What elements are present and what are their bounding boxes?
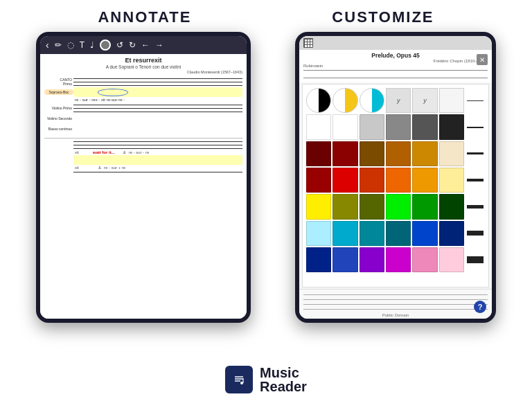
arrow-left-icon[interactable]: ← [141, 40, 150, 50]
color-swatch-r3-c2[interactable] [332, 141, 357, 166]
color-row-4 [306, 168, 485, 193]
sheet-music-area: Et resurrexit A due Soprani o Tenori con… [40, 54, 247, 319]
swatch-half-black[interactable] [306, 88, 331, 113]
customize-toolbar [299, 36, 492, 50]
undo-icon[interactable]: ↺ [116, 40, 123, 50]
close-button[interactable]: ✕ [477, 54, 488, 65]
color-swatch-r5-c6[interactable] [439, 194, 464, 219]
color-swatch-r2-c3[interactable] [360, 114, 384, 139]
annotate-toolbar: ‹ ✏ ◌ T ♩ ↺ ↻ ← → [40, 36, 247, 54]
color-swatch-r6-c6[interactable] [439, 221, 464, 246]
swatch-y1[interactable]: y [386, 88, 411, 113]
bottom-lyrics2: xit&re - sur + re [75, 166, 242, 170]
line-sample-7[interactable] [466, 247, 485, 272]
color-swatch-r4-c5[interactable] [412, 168, 437, 193]
instrument-label: Rubinstein [303, 64, 488, 68]
color-swatch-r4-c2[interactable] [332, 168, 357, 193]
color-swatch-r4-c3[interactable] [360, 168, 384, 193]
color-swatch-r3-c1[interactable] [306, 141, 331, 166]
prelude-composer: Frédéric Chopin (1810–1849) [303, 59, 488, 63]
customize-tablet: Prelude, Opus 45 Frédéric Chopin (1810–1… [295, 32, 496, 323]
color-swatch-r2-c1[interactable] [306, 114, 331, 139]
text-icon[interactable]: T [80, 40, 85, 50]
bottom-staff2 [73, 155, 242, 165]
color-swatch-r4-c1[interactable] [306, 168, 331, 193]
staff-violino2 [73, 114, 242, 123]
help-button[interactable]: ? [474, 301, 486, 313]
logo-reader: Reader [260, 380, 307, 393]
music-icon[interactable]: ♩ [90, 40, 94, 50]
line-sample-6[interactable] [466, 221, 485, 246]
staff-soprano [73, 87, 242, 97]
color-swatch-r3-c5[interactable] [412, 141, 437, 166]
color-swatch-r2-c6[interactable] [439, 114, 464, 139]
color-swatch-r6-c4[interactable] [386, 221, 411, 246]
color-swatch-r7-c5[interactable] [412, 247, 437, 272]
public-domain-label: Public Domain [303, 313, 488, 317]
color-swatch-r4-c4[interactable] [386, 168, 411, 193]
logo-music: Music [260, 366, 307, 380]
staff-canto [73, 77, 242, 87]
line-sample-4[interactable] [466, 168, 485, 193]
color-row-6 [306, 221, 485, 246]
color-swatch-r5-c3[interactable] [360, 194, 384, 219]
lyrics-line1: re - sur - rex - xit re-sur-re - [75, 98, 242, 102]
bottom-section: xitwait for it...&re - sur - re xit&re -… [44, 140, 242, 190]
grid-icon[interactable] [303, 38, 313, 48]
swatch-y2[interactable]: y [412, 88, 437, 113]
color-swatch-r5-c5[interactable] [412, 194, 437, 219]
color-swatch-r6-c3[interactable] [360, 221, 384, 246]
color-swatch-r2-c5[interactable] [412, 114, 437, 139]
swatch-half-yellow[interactable] [332, 88, 357, 113]
color-swatch-r7-c1[interactable] [306, 247, 331, 272]
color-swatch-r7-c3[interactable] [360, 247, 384, 272]
score-subtitle: A due Soprani o Tenori con due violini [44, 64, 242, 69]
color-swatch-r4-c6[interactable] [439, 168, 464, 193]
annotation-oval [98, 89, 128, 96]
color-swatch-r2-c2[interactable] [332, 114, 357, 139]
line-sample-2[interactable] [466, 114, 485, 139]
line-sample-5[interactable] [466, 194, 485, 219]
line-sample-3[interactable] [466, 141, 485, 166]
swatch-half-cyan[interactable] [360, 88, 384, 113]
color-swatch-r7-c2[interactable] [332, 247, 357, 272]
annotate-heading: ANNOTATE [98, 8, 191, 26]
score-title: Et resurrexit [44, 57, 242, 64]
svg-rect-0 [232, 373, 246, 387]
color-swatch-r6-c2[interactable] [332, 221, 357, 246]
part-label-violino2: Violino Secondo [44, 116, 73, 121]
color-swatch-r2-c4[interactable] [386, 114, 411, 139]
color-swatch-r7-c6[interactable] [439, 247, 464, 272]
back-icon[interactable]: ‹ [46, 39, 49, 51]
color-swatch-r3-c4[interactable] [386, 141, 411, 166]
part-label-soprano: Soprano-Boc [44, 89, 73, 95]
part-label-violino1: Violino Primo [44, 106, 73, 110]
highlight-icon[interactable]: ◌ [67, 40, 74, 50]
score-composer: Claudio Monteverdi (1567–1643) [44, 70, 242, 74]
arrow-right-icon[interactable]: → [155, 40, 163, 50]
annotate-tablet: ‹ ✏ ◌ T ♩ ↺ ↻ ← → Et resurrexit A due So… [36, 32, 251, 323]
pencil-icon[interactable]: ✏ [55, 40, 62, 50]
color-swatch-r5-c1[interactable] [306, 194, 331, 219]
staff-basso [73, 124, 242, 134]
color-swatch-r5-c4[interactable] [386, 194, 411, 219]
color-swatch-r6-c1[interactable] [306, 221, 331, 246]
color-swatch-r5-c2[interactable] [332, 194, 357, 219]
redo-icon[interactable]: ↻ [129, 40, 136, 50]
color-circle[interactable] [100, 39, 111, 51]
score-preview: Prelude, Opus 45 Frédéric Chopin (1810–1… [299, 50, 492, 82]
color-picker-panel: y y [302, 84, 489, 287]
color-swatch-r6-c5[interactable] [412, 221, 437, 246]
color-swatch-r3-c3[interactable] [360, 141, 384, 166]
customize-heading: CUSTOMIZE [332, 8, 434, 26]
swatch-blank[interactable] [439, 88, 464, 113]
footer: Music Reader [225, 357, 307, 399]
prelude-title: Prelude, Opus 45 [303, 52, 488, 59]
part-label-basso: Basso continuo [44, 127, 73, 131]
color-swatches-grid [306, 114, 485, 272]
part-label-canto: CANTOPrimo [44, 78, 73, 86]
color-row-2 [306, 114, 485, 139]
color-swatch-r7-c4[interactable] [386, 247, 411, 272]
color-swatch-r3-c6[interactable] [439, 141, 464, 166]
line-sample-1[interactable] [466, 88, 485, 113]
